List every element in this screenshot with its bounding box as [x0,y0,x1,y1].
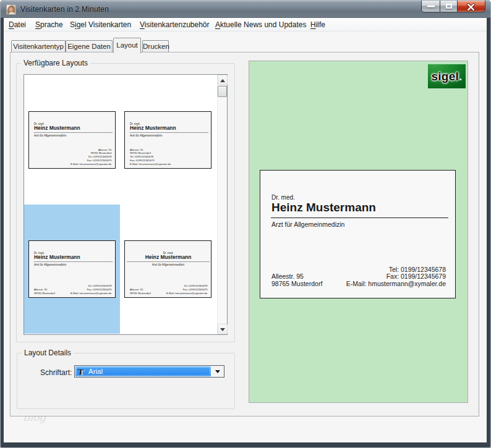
tab-page-layout: Verfügbare Layouts Dr. med.Heinz Musterm… [10,52,479,416]
card-profession: Arzt für Allgemeinmedizin [34,263,66,266]
combo-selection: TT Arial [75,366,211,376]
card-name: Heinz Mustermann [130,125,176,132]
scrollbar-thumb[interactable] [218,86,227,97]
minimize-icon [427,6,435,7]
card-address-block: Alleestr. 9598765 Musterdorf [271,273,322,287]
font-combobox[interactable]: TT Arial [74,365,224,378]
card-contact-block: Tel: 0199/12345678Fax: 0199/12345679E-Ma… [346,266,446,287]
arrow-down-icon [220,328,225,331]
menu-item-datei[interactable]: Datei [9,20,26,29]
card-address-block: Alleestr. 9598765 Musterdorf [34,288,55,295]
card-contact-block: Tel: 0199/12345678Fax: 0199/12345679E-Ma… [166,284,207,295]
card-profession: Arzt für Allgemeinmedizin [34,134,66,137]
business-card-center: Dr. med.Heinz MustermannArzt für Allgeme… [125,241,211,298]
business-card-left: Dr. med.Heinz MustermannArzt für Allgeme… [125,112,211,169]
card-rule [271,218,448,218]
tab-visitenkartentyp[interactable]: Visitenkartentyp [11,40,66,52]
combo-dropdown-button[interactable] [211,366,224,377]
layout-cells: Dr. med.Heinz MustermannArzt für Allgeme… [24,75,217,334]
tab-eigene-daten[interactable]: Eigene Daten [66,40,113,52]
scroll-down-button[interactable] [218,324,228,334]
card-line: Alleestr. 95 [271,273,322,280]
layout-listbox: Dr. med.Heinz MustermannArzt für Allgeme… [23,74,228,335]
menu-item-aktuelle-news-und-updates[interactable]: Aktuelle News und Updates [215,20,306,29]
layout-thumbnail: Dr. med.Heinz MustermannArzt für Allgeme… [28,240,116,298]
group-layout-details: Layout Details Schriftart: TT Arial [17,353,235,409]
titlebar[interactable]: Visitenkarten in 2 Minuten [1,1,490,18]
card-profession: Arzt für Allgemeinmedizin [130,134,162,137]
schriftart-label: Schriftart: [40,368,72,377]
menu-item-sigel-visitenkarten[interactable]: Sigel Visitenkarten [70,20,131,29]
close-icon [467,2,475,11]
card-line: E-Mail: hmustermann@xymaler.de [346,281,446,287]
card-line: E-Mail: hmustermann@xymaler.de [70,162,111,166]
menu-item-hilfe[interactable]: Hilfe [310,20,325,29]
tab-layout[interactable]: Layout [113,38,141,53]
card-contact-block: Alleestr. 9598765 MusterdorfTel: 0199/12… [70,148,111,166]
window-title: Visitenkarten in 2 Minuten [20,5,109,14]
card-profession: Arzt für Allgemeinmedizin [125,263,211,266]
layout-thumbnail: Dr. med.Heinz MustermannArzt für Allgeme… [124,111,211,169]
card-address-block: Alleestr. 9598765 MusterdorfTel: 0199/12… [130,148,171,166]
menu-bar: DateiSpracheSigel VisitenkartenVisitenka… [4,18,487,32]
group-available-layouts: Verfügbare Layouts Dr. med.Heinz Musterm… [16,63,235,342]
preview-panel: sigel Dr. med.Heinz MustermannArzt für A… [249,61,468,403]
layout-option-2[interactable]: Dr. med.Heinz MustermannArzt für Allgeme… [120,75,216,205]
card-line: Fax: 0199/12345679 [346,273,446,280]
card-name: Heinz Mustermann [34,125,80,132]
card-line: 98765 Musterdorf [271,281,322,287]
business-card-right: Dr. med.Heinz MustermannArzt für Allgeme… [29,112,116,169]
menu-item-sprache[interactable]: Sprache [35,20,63,29]
chevron-down-icon [215,370,220,373]
app-icon [6,4,16,15]
vertical-scrollbar[interactable] [217,75,227,334]
card-name: Heinz Mustermann [125,255,211,261]
scroll-up-button[interactable] [218,75,228,85]
minimize-button[interactable] [421,1,440,12]
layout-option-4[interactable]: Dr. med.Heinz MustermannArzt für Allgeme… [120,205,216,334]
layout-option-3-selected[interactable]: Dr. med.Heinz MustermannArzt für Allgeme… [24,205,120,334]
maximize-icon [446,4,452,9]
business-card-split: Dr. med.Heinz MustermannArzt für Allgeme… [29,241,116,298]
app-window: Visitenkarten in 2 Minuten DateiSpracheS… [0,0,491,448]
card-line: 98765 Musterdorf [34,291,55,295]
group-layout-details-label: Layout Details [22,349,74,358]
sigel-logo: sigel [428,64,466,88]
card-title: Dr. med. [271,194,295,201]
truetype-font-icon: TT [77,367,86,376]
close-button[interactable] [457,1,485,12]
card-contact-block: Tel: 0199/12345678Fax: 0199/12345679E-Ma… [70,284,111,295]
tab-drucken[interactable]: Drucken [142,40,169,52]
client-area: DateiSpracheSigel VisitenkartenVisitenka… [4,18,487,442]
maximize-button[interactable] [440,1,457,12]
card-name: Heinz Mustermann [34,255,80,261]
menu-item-visitenkartenzubeh-r[interactable]: Visitenkartenzubehör [140,20,210,29]
layout-thumbnail: Dr. med.Heinz MustermannArzt für Allgeme… [28,111,116,169]
business-card-split: Dr. med.Heinz MustermannArzt für Allgeme… [260,170,456,298]
card-line: E-Mail: hmustermann@xymaler.de [130,162,171,166]
card-profession: Arzt für Allgemeinmedizin [271,221,344,228]
card-address-block: Alleestr. 9598765 Musterdorf [130,288,151,295]
caption-buttons [421,1,485,13]
layout-option-1[interactable]: Dr. med.Heinz MustermannArzt für Allgeme… [24,75,120,205]
font-value: Arial [88,368,103,375]
layout-thumbnail: Dr. med.Heinz MustermannArzt für Allgeme… [124,240,211,298]
card-line: E-Mail: hmustermann@xymaler.de [166,291,207,295]
card-name: Heinz Mustermann [271,201,376,214]
arrow-up-icon [220,79,225,82]
card-line: E-Mail: hmustermann@xymaler.de [70,291,111,295]
card-line: 98765 Musterdorf [130,291,151,295]
group-available-layouts-label: Verfügbare Layouts [21,59,90,68]
